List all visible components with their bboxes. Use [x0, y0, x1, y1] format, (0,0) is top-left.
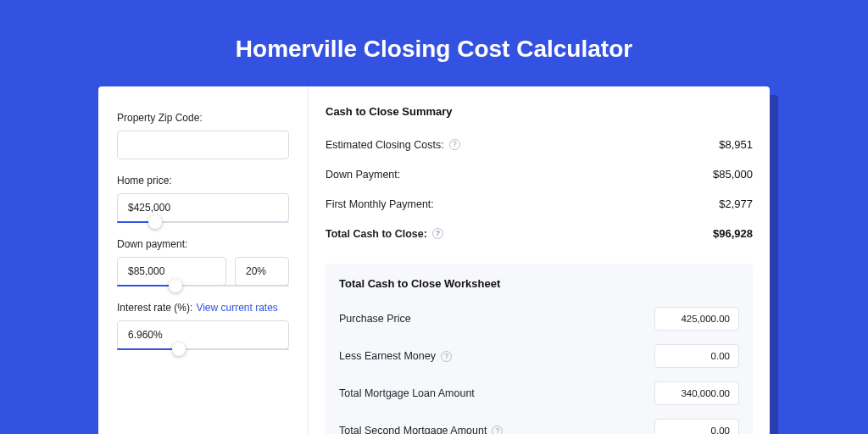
slider-thumb[interactable]	[148, 215, 162, 229]
zip-field: Property Zip Code:	[117, 112, 289, 159]
worksheet-row-label: Less Earnest Money	[339, 350, 436, 362]
down-payment-label: Down payment:	[117, 238, 289, 250]
summary-first-value: $2,977	[719, 198, 753, 210]
summary-total-label: Total Cash to Close:	[326, 228, 427, 240]
worksheet-row-input[interactable]	[654, 381, 739, 405]
interest-rate-input[interactable]	[117, 320, 289, 349]
worksheet-row: Total Mortgage Loan Amount	[339, 375, 739, 412]
summary-row-first: First Monthly Payment: $2,977	[326, 189, 753, 219]
inputs-panel: Property Zip Code: Home price: Down paym…	[98, 86, 309, 434]
home-price-input[interactable]	[117, 193, 289, 222]
worksheet-row-label: Total Second Mortgage Amount	[339, 425, 487, 434]
help-icon[interactable]: ?	[492, 426, 503, 435]
summary-row-total: Total Cash to Close: ? $96,928	[326, 219, 753, 248]
down-payment-slider[interactable]	[117, 285, 289, 287]
summary-closing-label: Estimated Closing Costs:	[326, 139, 444, 151]
interest-rate-field: Interest rate (%): View current rates	[117, 302, 289, 350]
slider-thumb[interactable]	[172, 342, 186, 356]
worksheet-row-input[interactable]	[654, 419, 739, 434]
summary-title: Cash to Close Summary	[326, 105, 753, 118]
view-rates-link[interactable]: View current rates	[196, 302, 278, 314]
summary-row-down: Down Payment: $85,000	[326, 159, 753, 189]
help-icon[interactable]: ?	[449, 139, 460, 150]
help-icon[interactable]: ?	[441, 351, 452, 362]
interest-rate-label: Interest rate (%):	[117, 302, 192, 314]
down-payment-pct-input[interactable]	[235, 257, 289, 286]
zip-label: Property Zip Code:	[117, 112, 289, 124]
results-panel: Cash to Close Summary Estimated Closing …	[309, 86, 770, 434]
summary-row-closing: Estimated Closing Costs: ? $8,951	[326, 130, 753, 159]
worksheet-row-label: Purchase Price	[339, 313, 411, 325]
slider-thumb[interactable]	[169, 279, 182, 292]
slider-fill	[117, 348, 179, 350]
calculator-card: Property Zip Code: Home price: Down paym…	[98, 86, 770, 434]
page-title: Homerville Closing Cost Calculator	[0, 0, 868, 86]
home-price-slider[interactable]	[117, 221, 289, 223]
worksheet-row: Purchase Price	[339, 300, 739, 337]
calculator-card-wrap: Property Zip Code: Home price: Down paym…	[98, 86, 770, 434]
summary-down-label: Down Payment:	[326, 169, 400, 181]
worksheet-panel: Total Cash to Close Worksheet Purchase P…	[326, 264, 753, 434]
zip-input[interactable]	[117, 131, 289, 159]
help-icon[interactable]: ?	[432, 228, 443, 239]
home-price-label: Home price:	[117, 175, 289, 186]
summary-total-value: $96,928	[713, 227, 753, 240]
worksheet-row: Total Second Mortgage Amount ?	[339, 412, 739, 434]
worksheet-row-input[interactable]	[654, 307, 739, 331]
home-price-field: Home price:	[117, 175, 289, 223]
slider-fill	[117, 285, 175, 287]
down-payment-field: Down payment:	[117, 238, 289, 287]
worksheet-row-input[interactable]	[654, 344, 739, 368]
worksheet-row-label: Total Mortgage Loan Amount	[339, 387, 475, 399]
worksheet-row: Less Earnest Money ?	[339, 337, 739, 375]
worksheet-title: Total Cash to Close Worksheet	[339, 277, 739, 290]
summary-down-value: $85,000	[713, 168, 753, 181]
summary-closing-value: $8,951	[719, 138, 753, 151]
summary-first-label: First Monthly Payment:	[326, 198, 434, 210]
interest-rate-slider[interactable]	[117, 348, 289, 350]
